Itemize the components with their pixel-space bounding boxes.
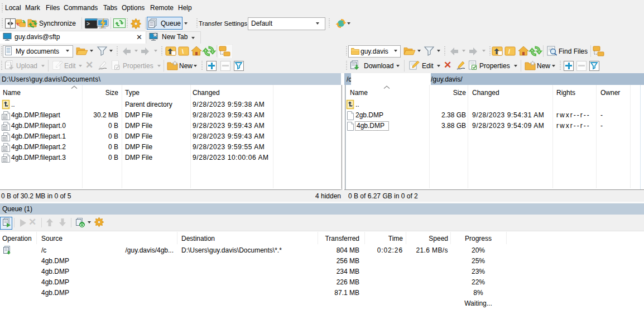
svg-text:\: \ bbox=[182, 48, 184, 55]
svg-text:>: > bbox=[86, 21, 90, 27]
svg-text:/: / bbox=[508, 48, 510, 55]
